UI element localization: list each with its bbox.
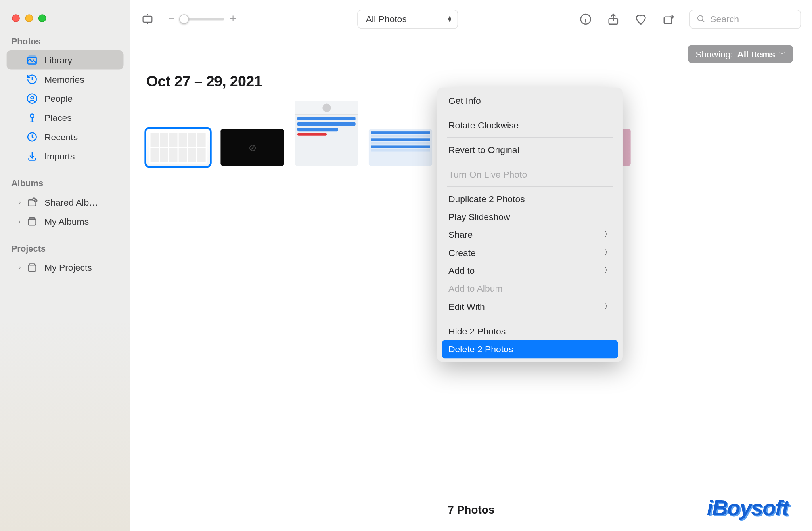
menu-separator (447, 161, 613, 162)
menu-item-share[interactable]: Share〉 (442, 225, 618, 243)
sidebar-item-shared-albums[interactable]: › Shared Alb… (7, 192, 124, 211)
sidebar-item-label: Shared Alb… (44, 197, 98, 207)
search-field[interactable] (689, 9, 801, 28)
showing-value: All Items (737, 49, 775, 59)
main-area: − + All Photos ▲▼ (130, 0, 812, 531)
sidebar-item-my-albums[interactable]: › My Albums (7, 212, 124, 231)
search-input[interactable] (710, 14, 794, 24)
showing-label: Showing: (695, 49, 733, 59)
chevron-right-icon: 〉 (604, 229, 611, 240)
view-selector[interactable]: All Photos ▲▼ (357, 9, 458, 28)
sidebar-item-label: Places (44, 113, 72, 123)
svg-point-8 (34, 199, 37, 202)
sidebar-item-recents[interactable]: Recents (7, 127, 124, 146)
updown-icon: ▲▼ (447, 15, 452, 23)
sidebar-item-label: People (44, 93, 73, 103)
rotate-icon[interactable] (662, 12, 675, 25)
sidebar-item-imports[interactable]: Imports (7, 146, 124, 165)
sidebar-item-label: My Projects (44, 262, 92, 273)
context-menu: Get Info Rotate Clockwise Revert to Orig… (437, 88, 623, 362)
chevron-right-icon[interactable]: › (19, 218, 28, 225)
svg-rect-10 (29, 217, 35, 219)
menu-item-slideshow[interactable]: Play Slideshow (442, 208, 618, 225)
library-icon (27, 54, 38, 66)
menu-separator (447, 319, 613, 319)
sidebar-section-photos: Photos (0, 36, 130, 50)
showing-filter[interactable]: Showing: All Items ﹀ (688, 45, 793, 63)
photo-thumbnail[interactable] (295, 101, 358, 166)
info-icon[interactable] (579, 12, 592, 25)
zoom-slider[interactable]: − + (169, 12, 236, 25)
svg-point-4 (30, 114, 34, 118)
menu-separator (447, 137, 613, 138)
chevron-down-icon: ﹀ (779, 50, 785, 58)
sidebar-section-projects: Projects (0, 231, 130, 258)
svg-rect-0 (28, 57, 36, 64)
sidebar-item-label: Imports (44, 151, 75, 161)
sidebar-item-library[interactable]: Library (7, 50, 124, 69)
toolbar-center: All Photos ▲▼ (244, 9, 571, 28)
chevron-right-icon[interactable]: › (19, 198, 28, 205)
svg-rect-13 (143, 16, 152, 22)
sidebar-item-label: My Albums (44, 216, 89, 226)
sidebar-item-my-projects[interactable]: › My Projects (7, 258, 124, 277)
chevron-right-icon: 〉 (604, 247, 611, 258)
pin-icon (27, 112, 38, 123)
photo-thumbnail[interactable]: ⊘ (220, 129, 284, 166)
clock-back-icon (27, 73, 38, 85)
minimize-window-button[interactable] (25, 14, 33, 22)
svg-point-3 (31, 96, 33, 99)
svg-rect-12 (29, 264, 35, 265)
menu-item-hide[interactable]: Hide 2 Photos (442, 322, 618, 340)
search-icon (697, 14, 705, 24)
sidebar-item-label: Recents (44, 132, 78, 142)
zoom-out-icon[interactable]: − (169, 12, 175, 25)
sidebar-item-label: Memories (44, 74, 84, 84)
svg-rect-9 (28, 219, 36, 225)
menu-separator (447, 186, 613, 187)
slider-track[interactable] (180, 18, 224, 20)
chevron-right-icon: 〉 (604, 302, 611, 312)
sidebar-section-albums: Albums (0, 165, 130, 192)
menu-item-edit-with[interactable]: Edit With〉 (442, 298, 618, 315)
sidebar: Photos Library Memories People (0, 0, 130, 531)
zoom-in-icon[interactable]: + (230, 12, 236, 25)
chevron-right-icon: 〉 (604, 266, 611, 276)
toolbar-right (579, 9, 801, 28)
watermark: iBoysoft (707, 495, 789, 521)
svg-rect-16 (664, 17, 672, 23)
menu-item-revert[interactable]: Revert to Original (442, 141, 618, 159)
share-icon[interactable] (607, 12, 620, 25)
menu-item-add-to[interactable]: Add to〉 (442, 262, 618, 279)
toolbar-left: − + (142, 12, 236, 25)
menu-item-rotate[interactable]: Rotate Clockwise (442, 116, 618, 134)
chevron-right-icon[interactable]: › (19, 264, 28, 271)
maximize-window-button[interactable] (38, 14, 46, 22)
clock-icon (27, 131, 38, 142)
download-icon (27, 150, 38, 162)
window-controls (0, 10, 130, 36)
photo-thumbnail[interactable] (146, 129, 210, 166)
close-window-button[interactable] (12, 14, 20, 22)
menu-item-create[interactable]: Create〉 (442, 244, 618, 262)
favorite-icon[interactable] (634, 12, 647, 25)
menu-item-add-to-album: Add to Album (442, 279, 618, 297)
view-selector-label: All Photos (366, 14, 406, 24)
photo-thumbnail[interactable] (369, 129, 432, 166)
sidebar-item-label: Library (44, 55, 72, 65)
menu-item-delete[interactable]: Delete 2 Photos (442, 340, 618, 358)
toolbar: − + All Photos ▲▼ (130, 0, 812, 38)
menu-item-live-photo: Turn On Live Photo (442, 165, 618, 183)
menu-item-get-info[interactable]: Get Info (442, 92, 618, 109)
sidebar-item-people[interactable]: People (7, 89, 124, 108)
aspect-toggle-icon[interactable] (142, 13, 153, 25)
sidebar-item-places[interactable]: Places (7, 108, 124, 127)
sidebar-item-memories[interactable]: Memories (7, 69, 124, 88)
menu-item-duplicate[interactable]: Duplicate 2 Photos (442, 190, 618, 208)
svg-rect-11 (28, 265, 36, 271)
svg-point-17 (698, 15, 703, 21)
svg-rect-1 (29, 55, 36, 57)
person-circle-icon (27, 93, 38, 104)
menu-separator (447, 113, 613, 113)
slider-thumb[interactable] (179, 14, 189, 24)
